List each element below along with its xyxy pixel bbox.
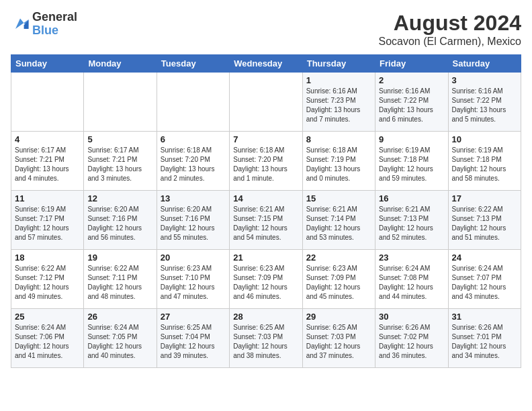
- calendar-cell: 28Sunrise: 6:25 AMSunset: 7:03 PMDayligh…: [230, 309, 302, 368]
- day-number: 8: [306, 134, 371, 144]
- calendar-cell: 20Sunrise: 6:23 AMSunset: 7:10 PMDayligh…: [157, 250, 229, 309]
- calendar-cell: 18Sunrise: 6:22 AMSunset: 7:12 PMDayligh…: [11, 250, 84, 309]
- day-info: Sunrise: 6:20 AMSunset: 7:16 PMDaylight:…: [161, 205, 226, 242]
- day-info: Sunrise: 6:25 AMSunset: 7:03 PMDaylight:…: [306, 323, 371, 361]
- day-number: 15: [306, 193, 371, 203]
- calendar-cell: 15Sunrise: 6:21 AMSunset: 7:14 PMDayligh…: [302, 191, 375, 250]
- day-info: Sunrise: 6:25 AMSunset: 7:04 PMDaylight:…: [161, 323, 226, 361]
- day-info: Sunrise: 6:19 AMSunset: 7:18 PMDaylight:…: [452, 146, 517, 183]
- day-info: Sunrise: 6:24 AMSunset: 7:05 PMDaylight:…: [87, 323, 152, 361]
- day-number: 27: [161, 312, 226, 322]
- day-info: Sunrise: 6:21 AMSunset: 7:14 PMDaylight:…: [306, 205, 371, 242]
- calendar-header: SundayMondayTuesdayWednesdayThursdayFrid…: [11, 55, 521, 73]
- day-info: Sunrise: 6:18 AMSunset: 7:20 PMDaylight:…: [161, 146, 226, 183]
- day-info: Sunrise: 6:23 AMSunset: 7:09 PMDaylight:…: [306, 264, 371, 302]
- weekday-header: Sunday: [11, 55, 84, 73]
- day-number: 28: [233, 312, 298, 322]
- day-info: Sunrise: 6:16 AMSunset: 7:22 PMDaylight:…: [452, 87, 517, 124]
- logo-icon: [11, 15, 30, 34]
- weekday-header: Monday: [84, 55, 157, 73]
- calendar-cell: 19Sunrise: 6:22 AMSunset: 7:11 PMDayligh…: [84, 250, 157, 309]
- calendar-cell: 31Sunrise: 6:26 AMSunset: 7:01 PMDayligh…: [448, 309, 521, 368]
- day-info: Sunrise: 6:18 AMSunset: 7:20 PMDaylight:…: [233, 146, 298, 183]
- calendar-cell: 29Sunrise: 6:25 AMSunset: 7:03 PMDayligh…: [302, 309, 375, 368]
- day-number: 17: [452, 193, 517, 203]
- page-header: General Blue August 2024 Socavon (El Car…: [11, 11, 521, 48]
- logo-text: General Blue: [32, 11, 77, 38]
- calendar-cell: 22Sunrise: 6:23 AMSunset: 7:09 PMDayligh…: [302, 250, 375, 309]
- day-info: Sunrise: 6:23 AMSunset: 7:09 PMDaylight:…: [233, 264, 298, 302]
- calendar-cell: 6Sunrise: 6:18 AMSunset: 7:20 PMDaylight…: [157, 132, 229, 191]
- day-number: 16: [379, 193, 444, 203]
- day-number: 7: [233, 134, 298, 144]
- location: Socavon (El Carmen), Mexico: [378, 36, 521, 48]
- logo: General Blue: [11, 11, 77, 38]
- calendar-cell: 23Sunrise: 6:24 AMSunset: 7:08 PMDayligh…: [375, 250, 448, 309]
- day-number: 19: [87, 253, 152, 263]
- calendar-cell: 30Sunrise: 6:26 AMSunset: 7:02 PMDayligh…: [375, 309, 448, 368]
- day-info: Sunrise: 6:26 AMSunset: 7:01 PMDaylight:…: [452, 323, 517, 361]
- calendar-cell: [11, 73, 84, 132]
- day-info: Sunrise: 6:22 AMSunset: 7:13 PMDaylight:…: [452, 205, 517, 242]
- day-number: 10: [452, 134, 517, 144]
- day-info: Sunrise: 6:24 AMSunset: 7:06 PMDaylight:…: [15, 323, 80, 361]
- title-block: August 2024 Socavon (El Carmen), Mexico: [378, 11, 521, 48]
- calendar-cell: 10Sunrise: 6:19 AMSunset: 7:18 PMDayligh…: [448, 132, 521, 191]
- calendar-cell: 26Sunrise: 6:24 AMSunset: 7:05 PMDayligh…: [84, 309, 157, 368]
- day-number: 5: [87, 134, 152, 144]
- logo-line1: General: [32, 11, 77, 24]
- calendar-cell: 21Sunrise: 6:23 AMSunset: 7:09 PMDayligh…: [230, 250, 302, 309]
- day-number: 21: [233, 253, 298, 263]
- day-number: 30: [379, 312, 444, 322]
- day-number: 29: [306, 312, 371, 322]
- day-info: Sunrise: 6:24 AMSunset: 7:07 PMDaylight:…: [452, 264, 517, 302]
- day-number: 31: [452, 312, 517, 322]
- day-number: 13: [161, 193, 226, 203]
- day-info: Sunrise: 6:18 AMSunset: 7:19 PMDaylight:…: [306, 146, 371, 183]
- calendar-cell: 9Sunrise: 6:19 AMSunset: 7:18 PMDaylight…: [375, 132, 448, 191]
- calendar-cell: 1Sunrise: 6:16 AMSunset: 7:23 PMDaylight…: [302, 73, 375, 132]
- weekday-header: Friday: [375, 55, 448, 73]
- calendar-cell: 2Sunrise: 6:16 AMSunset: 7:22 PMDaylight…: [375, 73, 448, 132]
- day-number: 18: [15, 253, 80, 263]
- day-info: Sunrise: 6:19 AMSunset: 7:17 PMDaylight:…: [15, 205, 80, 242]
- day-number: 4: [15, 134, 80, 144]
- day-info: Sunrise: 6:16 AMSunset: 7:23 PMDaylight:…: [306, 87, 371, 124]
- day-info: Sunrise: 6:21 AMSunset: 7:13 PMDaylight:…: [379, 205, 444, 242]
- day-info: Sunrise: 6:20 AMSunset: 7:16 PMDaylight:…: [87, 205, 152, 242]
- day-number: 23: [379, 253, 444, 263]
- calendar-cell: 25Sunrise: 6:24 AMSunset: 7:06 PMDayligh…: [11, 309, 84, 368]
- day-number: 14: [233, 193, 298, 203]
- day-info: Sunrise: 6:26 AMSunset: 7:02 PMDaylight:…: [379, 323, 444, 361]
- calendar-cell: [157, 73, 229, 132]
- calendar-cell: 17Sunrise: 6:22 AMSunset: 7:13 PMDayligh…: [448, 191, 521, 250]
- day-number: 24: [452, 253, 517, 263]
- calendar-cell: 16Sunrise: 6:21 AMSunset: 7:13 PMDayligh…: [375, 191, 448, 250]
- day-info: Sunrise: 6:21 AMSunset: 7:15 PMDaylight:…: [233, 205, 298, 242]
- day-number: 12: [87, 193, 152, 203]
- logo-line2: Blue: [32, 24, 77, 38]
- calendar-cell: 4Sunrise: 6:17 AMSunset: 7:21 PMDaylight…: [11, 132, 84, 191]
- calendar-table: SundayMondayTuesdayWednesdayThursdayFrid…: [11, 54, 521, 368]
- calendar-cell: 8Sunrise: 6:18 AMSunset: 7:19 PMDaylight…: [302, 132, 375, 191]
- calendar-body: 1Sunrise: 6:16 AMSunset: 7:23 PMDaylight…: [11, 73, 521, 368]
- day-number: 25: [15, 312, 80, 322]
- day-number: 1: [306, 75, 371, 85]
- calendar-cell: 12Sunrise: 6:20 AMSunset: 7:16 PMDayligh…: [84, 191, 157, 250]
- calendar-cell: 27Sunrise: 6:25 AMSunset: 7:04 PMDayligh…: [157, 309, 229, 368]
- day-number: 22: [306, 253, 371, 263]
- day-number: 9: [379, 134, 444, 144]
- calendar-cell: 7Sunrise: 6:18 AMSunset: 7:20 PMDaylight…: [230, 132, 302, 191]
- day-info: Sunrise: 6:25 AMSunset: 7:03 PMDaylight:…: [233, 323, 298, 361]
- day-number: 11: [15, 193, 80, 203]
- weekday-header: Tuesday: [157, 55, 229, 73]
- day-info: Sunrise: 6:17 AMSunset: 7:21 PMDaylight:…: [15, 146, 80, 183]
- day-info: Sunrise: 6:22 AMSunset: 7:12 PMDaylight:…: [15, 264, 80, 302]
- day-number: 20: [161, 253, 226, 263]
- day-info: Sunrise: 6:24 AMSunset: 7:08 PMDaylight:…: [379, 264, 444, 302]
- day-number: 3: [452, 75, 517, 85]
- calendar-cell: 5Sunrise: 6:17 AMSunset: 7:21 PMDaylight…: [84, 132, 157, 191]
- calendar-cell: 14Sunrise: 6:21 AMSunset: 7:15 PMDayligh…: [230, 191, 302, 250]
- calendar-cell: [230, 73, 302, 132]
- day-info: Sunrise: 6:19 AMSunset: 7:18 PMDaylight:…: [379, 146, 444, 183]
